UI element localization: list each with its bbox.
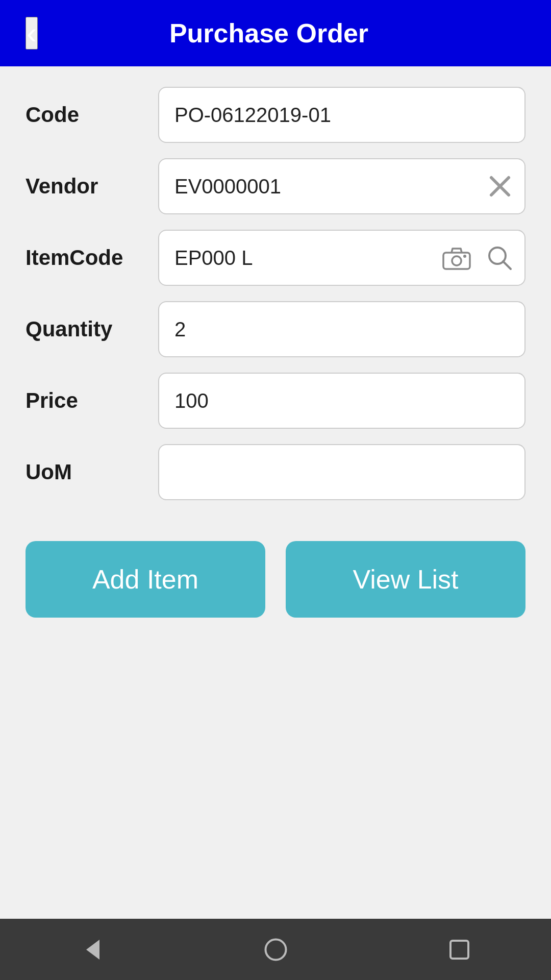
search-button[interactable]	[484, 242, 515, 274]
itemcode-input-wrapper	[158, 230, 525, 286]
vendor-input-container	[158, 158, 525, 214]
nav-home-button[interactable]	[257, 930, 295, 969]
itemcode-row: ItemCode	[26, 230, 525, 286]
nav-back-button[interactable]	[73, 930, 111, 969]
view-list-button[interactable]: View List	[286, 541, 525, 618]
add-item-button[interactable]: Add Item	[26, 541, 265, 618]
price-row: Price	[26, 373, 525, 429]
svg-line-6	[503, 261, 511, 269]
svg-point-8	[265, 939, 286, 960]
page-title: Purchase Order	[53, 18, 485, 48]
code-input[interactable]	[158, 87, 525, 143]
code-input-wrapper	[158, 87, 525, 143]
vendor-input[interactable]	[158, 158, 525, 214]
svg-point-4	[463, 255, 466, 258]
nav-back-icon	[78, 936, 106, 964]
close-icon	[487, 174, 513, 199]
app-header: ‹ Purchase Order	[0, 0, 551, 66]
nav-home-icon	[262, 936, 290, 964]
search-icon	[486, 244, 513, 271]
camera-icon	[442, 246, 471, 270]
price-label: Price	[26, 388, 158, 413]
bottom-nav	[0, 919, 551, 980]
quantity-input-wrapper	[158, 301, 525, 357]
nav-recent-icon	[445, 936, 473, 964]
vendor-input-wrapper	[158, 158, 525, 214]
uom-row: UoM	[26, 444, 525, 500]
main-content: Code Vendor ItemCode	[0, 66, 551, 919]
quantity-row: Quantity	[26, 301, 525, 357]
price-input[interactable]	[158, 373, 525, 429]
itemcode-label: ItemCode	[26, 246, 158, 270]
back-button[interactable]: ‹	[26, 17, 38, 50]
svg-rect-9	[450, 941, 468, 959]
code-label: Code	[26, 103, 158, 127]
uom-input[interactable]	[158, 444, 525, 500]
vendor-clear-button[interactable]	[487, 174, 513, 199]
nav-recent-button[interactable]	[440, 930, 479, 969]
uom-label: UoM	[26, 460, 158, 484]
quantity-label: Quantity	[26, 317, 158, 341]
camera-button[interactable]	[440, 243, 473, 273]
price-input-wrapper	[158, 373, 525, 429]
svg-point-3	[452, 256, 461, 265]
uom-input-wrapper	[158, 444, 525, 500]
itemcode-icons	[440, 242, 515, 274]
svg-marker-7	[86, 940, 99, 960]
action-buttons: Add Item View List	[26, 541, 525, 618]
svg-rect-2	[443, 253, 470, 269]
quantity-input[interactable]	[158, 301, 525, 357]
code-row: Code	[26, 87, 525, 143]
vendor-row: Vendor	[26, 158, 525, 214]
vendor-label: Vendor	[26, 174, 158, 199]
itemcode-input-container	[158, 230, 525, 286]
